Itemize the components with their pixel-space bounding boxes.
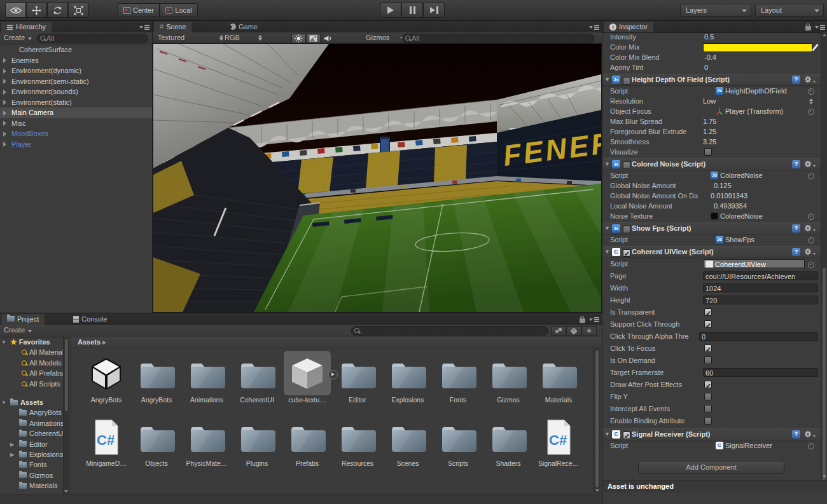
asset-tile[interactable]: PhysicMate… [182,417,232,467]
gear-icon[interactable] [804,160,816,168]
height-input[interactable]: 720 [703,296,818,304]
scrollbar-thumb[interactable] [822,267,827,482]
noise-texture-ref[interactable]: ColoredNoise [711,211,763,221]
is-transparent-checkbox[interactable] [704,308,712,316]
script-ref[interactable]: JsShowFps [716,235,754,245]
help-icon[interactable]: ? [792,224,800,233]
tree-item[interactable]: Animations [0,418,69,428]
tab-project[interactable]: Project [1,314,45,325]
gear-icon[interactable] [804,76,816,84]
hierarchy-item[interactable]: Environment(static) [0,97,152,108]
component-header-hdof[interactable]: ▼ Js Height Depth Of Field (Script) ? [602,74,821,86]
favorites-item[interactable]: All Prefabs [0,368,69,378]
assets-root[interactable]: ▼Assets [0,397,69,407]
lock-icon[interactable] [580,318,585,323]
click-to-focus-checkbox[interactable] [704,344,712,352]
global-noise-value[interactable]: 0.125 [714,180,732,191]
tab-console[interactable]: Console [67,314,113,325]
asset-tile[interactable]: AngryBots [132,353,181,404]
object-picker-icon[interactable] [808,109,814,115]
panel-menu-icon[interactable] [589,25,599,30]
favorites-item[interactable]: All Materials [0,347,69,357]
component-enabled-checkbox[interactable] [623,249,630,257]
tree-item[interactable]: ▶Editor [0,439,69,449]
preview-play-icon[interactable] [328,370,338,379]
gear-icon[interactable] [804,430,816,439]
asset-tile[interactable]: Resources [333,417,382,467]
tab-hierarchy[interactable]: Hierarchy [1,22,52,32]
component-enabled-checkbox[interactable] [623,226,630,233]
object-picker-icon[interactable] [808,262,814,268]
foldout-arrow-icon[interactable]: ▼ [604,159,610,170]
inspector-scrollbar[interactable] [821,32,827,480]
smoothness-value[interactable]: 3.25 [703,137,716,147]
object-picker-icon[interactable] [808,214,814,220]
scene-search-input[interactable]: All [402,34,594,43]
object-focus-ref[interactable]: Player (Transform) [716,106,783,116]
foldout-arrow-icon[interactable]: ▼ [604,74,610,85]
favorites-item[interactable]: All Models [0,358,69,368]
page-input[interactable]: coui://UIResources/Achieven [703,271,818,280]
panel-menu-icon[interactable] [815,25,825,30]
expand-arrow-icon[interactable] [3,69,6,74]
tab-inspector[interactable]: iInspector [604,22,653,32]
scale-tool-button[interactable] [68,3,89,18]
hierarchy-search-input[interactable]: All [37,34,148,43]
tab-scene[interactable]: #Scene [154,22,191,32]
asset-tile[interactable]: Scenes [383,417,433,467]
asset-tile[interactable]: AngryBots [81,353,131,404]
asset-tile[interactable]: Plugins [232,417,282,467]
tree-item[interactable]: Materials [0,480,69,491]
lighting-toggle[interactable] [291,34,306,43]
step-button[interactable] [423,3,445,18]
asset-tile-selected[interactable]: cube-textu… [282,353,332,404]
pause-button[interactable] [401,3,423,18]
add-component-button[interactable]: Add Component [638,461,784,473]
help-icon[interactable]: ? [792,160,800,168]
asset-tile[interactable]: Gizmos [483,353,533,404]
is-on-demand-checkbox[interactable] [704,357,712,364]
local-noise-value[interactable]: 0.4939354 [714,201,747,211]
expand-arrow-icon[interactable] [3,142,6,147]
tree-item[interactable]: Fonts [0,460,69,470]
tab-game[interactable]: Game [224,22,263,32]
tree-item[interactable]: Gizmos [0,470,69,480]
scrollbar-thumb[interactable] [64,338,69,412]
asset-tile[interactable]: Explosions [383,353,433,404]
asset-tile[interactable]: Fonts [433,353,483,404]
hierarchy-item[interactable]: Misc [0,118,152,129]
favorites-root[interactable]: ▼★Favorites [0,337,69,347]
global-noise-damage-value[interactable]: 0.01091343 [711,191,747,201]
agony-tint-value[interactable]: 0 [704,64,708,71]
assets-grid-scrollbar[interactable] [594,348,601,493]
component-header-signal-receiver[interactable]: ▼ C Signal Receiver (Script) ? [602,428,821,440]
audio-toggle[interactable] [321,34,335,43]
render-mode-dropdown[interactable]: Textured [155,33,225,43]
object-picker-icon[interactable] [808,237,814,243]
draw-after-post-checkbox[interactable] [704,381,712,388]
intensity-value[interactable]: 0.5 [704,33,714,41]
expand-arrow-icon[interactable] [3,79,6,84]
expand-arrow-icon[interactable]: ▶ [10,440,14,449]
lock-icon[interactable] [805,26,811,31]
expand-arrow-icon[interactable] [3,100,6,105]
hierarchy-item[interactable]: Environment(sounds) [0,86,152,97]
panel-menu-icon[interactable] [139,25,149,30]
render-paths-toggle[interactable] [306,34,321,43]
hierarchy-item[interactable]: Environment(dynamic) [0,65,152,76]
search-by-label-button[interactable] [566,326,581,336]
click-through-alpha-input[interactable]: 0 [699,332,818,341]
search-by-type-button[interactable] [551,326,566,336]
object-picker-icon[interactable] [808,173,814,179]
asset-tile[interactable]: Editor [333,353,382,404]
visualize-checkbox[interactable] [704,148,712,156]
object-picker-icon[interactable] [808,443,814,449]
layout-dropdown[interactable]: Layout [755,4,824,17]
component-enabled-checkbox[interactable] [623,161,630,169]
foreground-blur-value[interactable]: 1.25 [703,126,716,137]
create-button[interactable]: Create [4,326,32,334]
script-ref[interactable]: CSignalReceiver [716,440,772,451]
help-icon[interactable]: ? [792,248,800,256]
expand-arrow-icon[interactable] [3,90,6,95]
component-header-show-fps[interactable]: ▼ Js Show Fps (Script) ? [602,222,821,235]
